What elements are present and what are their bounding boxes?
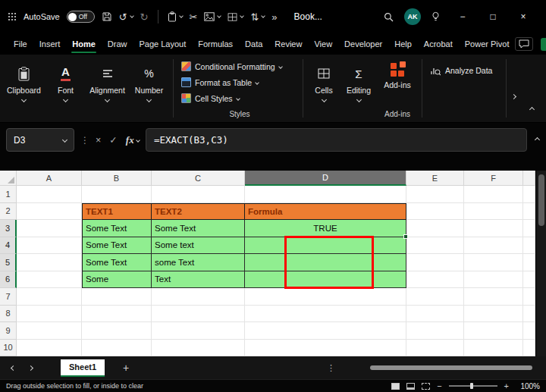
cell-C10[interactable] <box>152 340 245 357</box>
fill-handle[interactable] <box>403 234 408 239</box>
menu-tab-help[interactable]: Help <box>388 33 418 55</box>
save-icon[interactable] <box>102 11 112 22</box>
row-header-2[interactable]: 2 <box>0 203 17 221</box>
cell-F2[interactable] <box>464 203 523 221</box>
row-header-5[interactable]: 5 <box>0 254 17 271</box>
row-header-9[interactable]: 9 <box>0 322 17 340</box>
autosave-toggle[interactable]: Off <box>67 11 95 23</box>
cell-C4[interactable]: Some text <box>152 237 245 255</box>
cell-F7[interactable] <box>464 288 523 306</box>
styles-item-conditional-formatting[interactable]: Conditional Formatting <box>181 58 298 74</box>
horizontal-scrollbar-thumb[interactable] <box>370 365 532 370</box>
share-button[interactable]: ↗ <box>541 38 546 51</box>
cell-F4[interactable] <box>464 237 523 255</box>
cell-E4[interactable] <box>406 237 464 255</box>
zoom-slider[interactable] <box>449 385 497 387</box>
cell-C7[interactable] <box>152 288 245 306</box>
cell-D8[interactable] <box>245 306 406 323</box>
row-header-1[interactable]: 1 <box>0 186 17 203</box>
row-header-10[interactable]: 10 <box>0 340 17 357</box>
lightbulb-icon[interactable] <box>431 11 440 22</box>
vertical-scrollbar-thumb[interactable] <box>538 174 544 226</box>
sheet-options-icon[interactable]: ⋮ <box>327 363 335 373</box>
row-header-7[interactable]: 7 <box>0 288 17 306</box>
cell-E2[interactable] <box>406 203 464 221</box>
cell-D3[interactable]: TRUE <box>245 220 406 237</box>
menu-tab-file[interactable]: File <box>8 33 33 55</box>
cell-A7[interactable] <box>17 288 82 306</box>
menu-tab-developer[interactable]: Developer <box>338 33 388 55</box>
select-all-corner[interactable] <box>0 171 17 186</box>
column-header-b[interactable]: B <box>82 171 152 186</box>
cell-C9[interactable] <box>152 322 245 340</box>
vertical-scrollbar[interactable] <box>535 171 546 356</box>
cell-F10[interactable] <box>464 340 523 357</box>
cancel-entry-icon[interactable]: × <box>96 135 101 146</box>
styles-item-format-as-table[interactable]: Format as Table <box>181 74 298 90</box>
cell-E9[interactable] <box>406 322 464 340</box>
toolbar-overflow-icon[interactable]: » <box>271 12 277 22</box>
cell-D9[interactable] <box>245 322 406 340</box>
sheet-tab-sheet1[interactable]: Sheet1 <box>61 359 105 377</box>
ribbon-group-editing[interactable]: Σ Editing <box>341 55 376 122</box>
cell-A4[interactable] <box>17 237 82 255</box>
avatar[interactable]: AK <box>404 8 421 25</box>
confirm-entry-icon[interactable]: ✓ <box>109 134 117 146</box>
name-box[interactable]: D3 <box>6 128 74 152</box>
column-header-e[interactable]: E <box>406 171 464 186</box>
ribbon-group-addins[interactable]: Add-ins Add-ins <box>376 55 419 122</box>
table-icon[interactable] <box>228 13 243 21</box>
ribbon-group-font[interactable]: A Font <box>45 55 86 122</box>
analyze-data-button[interactable]: Analyze Data <box>425 62 515 79</box>
ribbon-group-cells[interactable]: Cells <box>306 55 341 122</box>
cell-F5[interactable] <box>464 254 523 271</box>
cell-D2[interactable]: Formula <box>245 203 406 221</box>
column-header-c[interactable]: C <box>152 171 245 186</box>
cell-F1[interactable] <box>464 186 523 203</box>
page-break-view-icon[interactable] <box>422 383 430 390</box>
row-header-8[interactable]: 8 <box>0 306 17 323</box>
cell-A6[interactable] <box>17 271 82 289</box>
cell-F8[interactable] <box>464 306 523 323</box>
cell-F6[interactable] <box>464 271 523 289</box>
column-header-d[interactable]: D <box>245 171 406 186</box>
zoom-in-button[interactable]: + <box>504 381 509 390</box>
menu-tab-draw[interactable]: Draw <box>102 33 133 55</box>
menu-tab-data[interactable]: Data <box>239 33 268 55</box>
undo-icon[interactable]: ↺ <box>119 12 133 22</box>
sheet-nav-right-chevron[interactable] <box>27 364 35 372</box>
page-layout-view-icon[interactable] <box>406 383 415 390</box>
cell-E8[interactable] <box>406 306 464 323</box>
cell-C2[interactable]: TEXT2 <box>152 203 245 221</box>
menu-tab-power-pivot[interactable]: Power Pivot <box>459 33 516 55</box>
cell-A5[interactable] <box>17 254 82 271</box>
cell-F3[interactable] <box>464 220 523 237</box>
row-header-3[interactable]: 3 <box>0 220 17 237</box>
close-button[interactable]: × <box>508 11 538 22</box>
redo-icon[interactable]: ↻ <box>140 12 149 22</box>
menu-tab-home[interactable]: Home <box>66 33 102 55</box>
app-launcher-icon[interactable] <box>8 12 17 21</box>
cell-B2[interactable]: TEXT1 <box>82 203 152 221</box>
horizontal-scrollbar[interactable] <box>344 364 535 372</box>
ribbon-group-number[interactable]: % Number <box>128 55 170 122</box>
comments-button[interactable] <box>515 37 533 51</box>
ribbon-group-alignment[interactable]: Alignment <box>86 55 128 122</box>
cell-E3[interactable] <box>406 220 464 237</box>
cell-A1[interactable] <box>17 186 82 203</box>
sort-icon[interactable]: ⇅ <box>250 12 265 22</box>
menu-tab-formulas[interactable]: Formulas <box>192 33 239 55</box>
menu-tab-view[interactable]: View <box>308 33 338 55</box>
cell-F9[interactable] <box>464 322 523 340</box>
worksheet[interactable]: ABCDEF12TEXT1TEXT2Formula3Some TextSome … <box>0 171 535 356</box>
cell-D5[interactable] <box>245 254 406 271</box>
cell-B3[interactable]: Some Text <box>82 220 152 237</box>
cell-C5[interactable]: some Text <box>152 254 245 271</box>
maximize-button[interactable]: □ <box>478 11 508 22</box>
cell-D7[interactable] <box>245 288 406 306</box>
cell-E10[interactable] <box>406 340 464 357</box>
minimize-button[interactable]: − <box>447 11 478 22</box>
cell-D1[interactable] <box>245 186 406 203</box>
cell-B10[interactable] <box>82 340 152 357</box>
zoom-level[interactable]: 100% <box>516 382 540 390</box>
